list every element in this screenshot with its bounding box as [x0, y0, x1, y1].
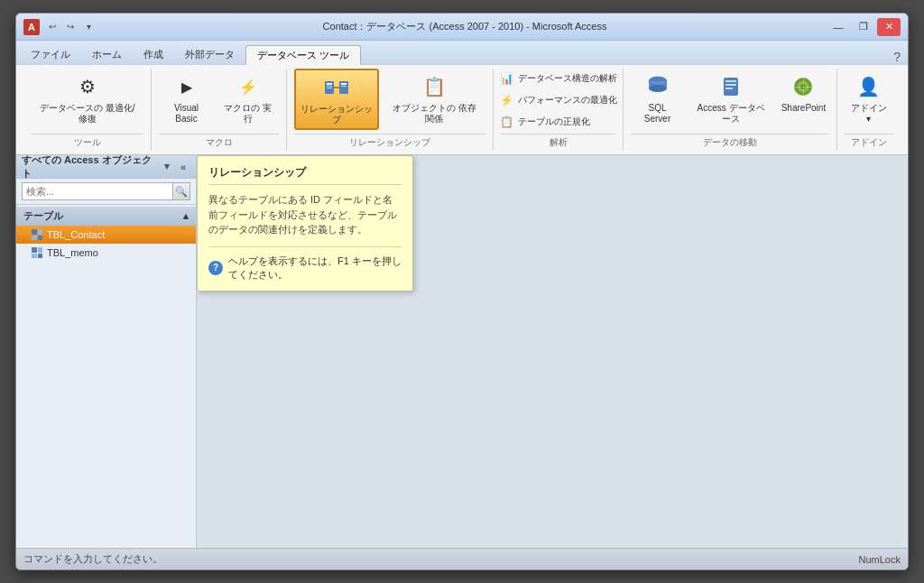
btn-analyze-db[interactable]: 📊 データベース構造の解析 [495, 69, 622, 88]
sidebar-menu-btn[interactable]: ▾ [160, 160, 174, 174]
title-bar: A ↩ ↪ ▾ Contact：データベース (Access 2007 - 20… [16, 14, 908, 41]
ribbon-group-analyze: 📊 データベース構造の解析 ⚡ パフォーマンスの最適化 📋 テーブルの正規化 [494, 69, 624, 151]
sharepoint-icon [789, 72, 818, 101]
btn-access-db[interactable]: Access データベース [688, 69, 775, 128]
maximize-button[interactable]: ❐ [852, 18, 875, 36]
btn-run-macro[interactable]: ⚡ マクロの 実行 [217, 69, 279, 128]
table-icon [31, 228, 43, 241]
svg-rect-14 [725, 84, 736, 86]
svg-rect-6 [341, 86, 346, 87]
svg-rect-2 [327, 86, 332, 87]
help-button[interactable]: ? [893, 50, 901, 64]
sidebar-section-header-tables[interactable]: テーブル ▴ [16, 207, 196, 226]
sidebar-item-tbl-memo[interactable]: TBL_memo [16, 244, 196, 262]
performance-icon: ⚡ [500, 93, 514, 107]
run-macro-icon: ⚡ [234, 72, 263, 101]
svg-rect-3 [327, 88, 332, 88]
btn-sql-server[interactable]: SQL Server [631, 69, 683, 128]
sidebar-header: すべての Access オブジェクト ▾ « [16, 155, 196, 179]
app-icon: A [23, 19, 40, 35]
quick-access-toolbar: ↩ ↪ ▾ [45, 20, 96, 34]
tooltip-title: リレーションシップ [208, 165, 402, 185]
table-icon-2 [31, 246, 43, 259]
sql-server-icon [643, 72, 672, 101]
ribbon-group-relationships: リレーションシップ 📋 オブジェクトの 依存関係 リレーションシップ [287, 69, 494, 151]
minimize-button[interactable]: — [827, 18, 850, 36]
svg-rect-1 [327, 83, 332, 85]
quick-access-more[interactable]: ▾ [81, 20, 96, 34]
ribbon-group-addin: 👤 アドイン ▾ アドイン [837, 69, 901, 151]
tab-file[interactable]: ファイル [20, 44, 81, 64]
window-controls: — ❐ ✕ [827, 18, 901, 36]
tab-create[interactable]: 作成 [133, 44, 174, 64]
svg-rect-13 [725, 80, 736, 82]
tab-home[interactable]: ホーム [81, 44, 133, 64]
btn-object-dependencies[interactable]: 📋 オブジェクトの 依存関係 [383, 69, 485, 128]
main-area: すべての Access オブジェクト ▾ « 🔍 テーブル ▴ [16, 155, 908, 548]
compact-repair-icon: ⚙ [73, 72, 102, 101]
status-bar: コマンドを入力してください。 NumLock [16, 548, 908, 569]
main-window: A ↩ ↪ ▾ Contact：データベース (Access 2007 - 20… [15, 13, 909, 570]
redo-button[interactable]: ↪ [63, 20, 78, 34]
btn-addin[interactable]: 👤 アドイン ▾ [845, 69, 893, 128]
analyze-db-icon: 📊 [500, 71, 514, 86]
tab-database-tools[interactable]: データベース ツール [245, 45, 361, 65]
ribbon-content: ⚙ データベースの 最適化/修復 ツール ▶ Visual Basic ⚡ マク… [16, 64, 908, 154]
visual-basic-icon: ▶ [172, 72, 201, 101]
btn-compact-repair[interactable]: ⚙ データベースの 最適化/修復 [31, 69, 143, 128]
tooltip-popup: リレーションシップ 異なるテーブルにある ID フィールドと名前フィールドを対応… [197, 155, 413, 292]
tab-external-data[interactable]: 外部データ [174, 44, 245, 64]
sidebar-collapse-btn[interactable]: « [176, 160, 190, 174]
undo-button[interactable]: ↩ [45, 20, 60, 34]
ribbon-group-tools: ⚙ データベースの 最適化/修復 ツール [23, 69, 152, 151]
btn-sharepoint[interactable]: SharePoint [778, 69, 828, 117]
btn-performance[interactable]: ⚡ パフォーマンスの最適化 [495, 90, 622, 110]
search-button[interactable]: 🔍 [172, 182, 190, 200]
btn-normalize[interactable]: 📋 テーブルの正規化 [495, 112, 622, 132]
svg-rect-20 [794, 87, 812, 88]
tooltip-body: 異なるテーブルにある ID フィールドと名前フィールドを対応させるなど、テーブル… [208, 192, 402, 237]
ribbon-group-macro: ▶ Visual Basic ⚡ マクロの 実行 マクロ [152, 69, 286, 151]
access-db-icon [716, 72, 745, 101]
btn-visual-basic[interactable]: ▶ Visual Basic [159, 69, 213, 128]
relationships-icon [322, 73, 351, 102]
search-input[interactable] [22, 182, 172, 200]
addin-icon: 👤 [855, 72, 883, 101]
status-text-left: コマンドを入力してください。 [23, 552, 162, 566]
window-title: Contact：データベース (Access 2007 - 2010) - Mi… [103, 20, 827, 33]
status-numlock: NumLock [859, 554, 901, 565]
content-area: リレーションシップ 異なるテーブルにある ID フィールドと名前フィールドを対応… [197, 155, 908, 548]
svg-rect-15 [725, 88, 733, 89]
sidebar: すべての Access オブジェクト ▾ « 🔍 テーブル ▴ [16, 155, 197, 548]
ribbon: ファイル ホーム 作成 外部データ データベース ツール ? [16, 41, 908, 155]
help-icon: ? [208, 261, 223, 275]
tooltip-help: ? ヘルプを表示するには、F1 キーを押してください。 [208, 246, 402, 282]
sidebar-item-tbl-contact[interactable]: TBL_Contact [16, 226, 196, 244]
svg-rect-5 [341, 83, 346, 85]
sidebar-section-tables: テーブル ▴ TBL_Contact [16, 205, 196, 264]
normalize-icon: 📋 [500, 115, 514, 129]
btn-relationships[interactable]: リレーションシップ [294, 69, 380, 130]
ribbon-tabs: ファイル ホーム 作成 外部データ データベース ツール ? [16, 41, 908, 64]
close-button[interactable]: ✕ [877, 18, 901, 36]
ribbon-group-data-move: SQL Server Access データベース [624, 69, 836, 151]
sidebar-search-area: 🔍 [16, 179, 196, 205]
object-dependencies-icon: 📋 [420, 72, 448, 101]
